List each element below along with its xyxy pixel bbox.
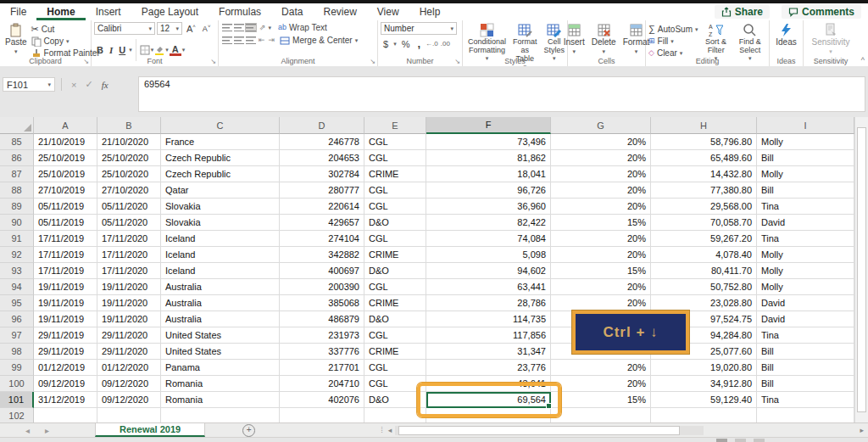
grow-font-icon[interactable]: A˄ — [184, 24, 198, 34]
cell-E99[interactable]: CGL — [364, 360, 426, 376]
cell-A93[interactable]: 17/11/2019 — [34, 263, 97, 279]
row-header-100[interactable]: 100 — [0, 376, 34, 392]
cell-F92[interactable]: 5,098 — [426, 247, 551, 263]
cell-D101[interactable]: 402076 — [280, 392, 364, 408]
dialog-launcher-icon[interactable]: ↘ — [370, 58, 376, 65]
cell-A90[interactable]: 05/11/2019 — [34, 215, 97, 231]
cell-D87[interactable]: 302784 — [280, 166, 364, 182]
cell-E98[interactable]: CRIME — [364, 344, 426, 360]
cell-D100[interactable]: 204710 — [280, 376, 364, 392]
cell-H88[interactable]: 77,380.80 — [651, 182, 757, 199]
cell-G101[interactable]: 15% — [551, 392, 651, 408]
cell-I98[interactable]: Bill — [757, 344, 854, 360]
cell-A96[interactable]: 19/11/2019 — [34, 311, 97, 327]
collapse-ribbon-icon[interactable]: ^ — [861, 56, 865, 64]
align-bottom-icon[interactable] — [246, 24, 256, 31]
cell-D85[interactable]: 246778 — [280, 134, 364, 150]
align-center-icon[interactable] — [234, 36, 244, 44]
cell-F87[interactable]: 18,041 — [426, 166, 551, 182]
cell-I87[interactable]: Molly — [757, 166, 854, 182]
row-header-89[interactable]: 89 — [0, 199, 34, 215]
cell-H94[interactable]: 50,752.80 — [651, 279, 757, 295]
cell-B94[interactable]: 19/11/2020 — [97, 279, 161, 295]
cell-E86[interactable]: CGL — [364, 150, 426, 166]
cell-G102[interactable] — [551, 408, 651, 422]
row-header-95[interactable]: 95 — [0, 295, 34, 311]
name-box[interactable]: F101▾ — [3, 77, 55, 92]
ideas-button[interactable]: Ideas — [773, 22, 798, 48]
cell-F101[interactable]: 69,564 — [426, 392, 551, 408]
cell-A98[interactable]: 29/11/2019 — [34, 344, 97, 360]
increase-decimal-icon[interactable]: ←.0 — [426, 39, 438, 48]
tab-file[interactable]: File — [0, 4, 36, 20]
tab-page-layout[interactable]: Page Layout — [131, 4, 209, 20]
cell-F89[interactable]: 36,960 — [426, 199, 551, 215]
tab-home[interactable]: Home — [36, 4, 85, 20]
decrease-decimal-icon[interactable]: .00 — [441, 39, 450, 48]
row-header-99[interactable]: 99 — [0, 360, 34, 376]
cell-F99[interactable]: 23,776 — [426, 360, 551, 376]
cell-I93[interactable]: Molly — [757, 263, 854, 279]
cell-H85[interactable]: 58,796.80 — [651, 134, 757, 150]
cell-G85[interactable]: 20% — [551, 134, 651, 150]
cell-G91[interactable]: 20% — [551, 231, 651, 247]
cell-I85[interactable]: Molly — [757, 134, 854, 150]
cell-I96[interactable]: David — [757, 311, 854, 327]
cell-B91[interactable]: 17/11/2020 — [97, 231, 161, 247]
cell-D96[interactable]: 486879 — [280, 311, 364, 327]
cell-C101[interactable]: Romania — [161, 392, 280, 408]
page-break-view-button[interactable] — [754, 439, 765, 442]
underline-button[interactable]: U — [116, 45, 128, 55]
new-sheet-button[interactable]: + — [242, 424, 255, 437]
insert-cells-button[interactable]: Insert▾ — [561, 22, 587, 57]
cell-B100[interactable]: 09/12/2020 — [97, 376, 161, 392]
scrollbar-splitter[interactable]: ⁞ — [381, 426, 383, 434]
cell-A95[interactable]: 19/11/2019 — [34, 295, 97, 311]
cell-B93[interactable]: 17/11/2020 — [97, 263, 161, 279]
cell-G88[interactable]: 20% — [551, 182, 651, 199]
cell-E91[interactable]: CGL — [364, 231, 426, 247]
cell-D86[interactable]: 204653 — [280, 150, 364, 166]
column-header-d[interactable]: D — [280, 117, 364, 134]
cell-A99[interactable]: 01/12/2019 — [34, 360, 97, 376]
cell-B87[interactable]: 25/10/2020 — [97, 166, 161, 182]
autosum-button[interactable]: ∑AutoSum▾ — [648, 24, 698, 35]
cell-C92[interactable]: Iceland — [161, 247, 280, 263]
align-right-icon[interactable] — [246, 36, 256, 44]
cell-A102[interactable] — [34, 408, 97, 422]
cell-C88[interactable]: Qatar — [161, 182, 280, 199]
cell-H95[interactable]: 23,028.80 — [651, 295, 757, 311]
cell-C90[interactable]: Slovakia — [161, 215, 280, 231]
row-header-90[interactable]: 90 — [0, 215, 34, 231]
font-name-select[interactable]: Calibri▾ — [94, 22, 155, 35]
cell-A89[interactable]: 05/11/2019 — [34, 199, 97, 215]
cell-E101[interactable]: D&O — [364, 392, 426, 408]
column-header-f[interactable]: F — [426, 117, 551, 134]
tab-view[interactable]: View — [367, 4, 409, 20]
cell-I102[interactable] — [757, 408, 854, 422]
cell-B96[interactable]: 19/11/2020 — [97, 311, 161, 327]
number-format-select[interactable]: Number▾ — [381, 22, 457, 35]
fill-button[interactable]: ⊞Fill▾ — [648, 36, 698, 47]
cell-E88[interactable]: CGL — [364, 182, 426, 199]
paste-button[interactable]: Paste ▾ — [3, 22, 30, 57]
cell-C86[interactable]: Czech Republic — [161, 150, 280, 166]
decrease-indent-icon[interactable]: ⇤ — [259, 36, 265, 45]
cell-C97[interactable]: United States — [161, 327, 280, 344]
cell-D95[interactable]: 385068 — [280, 295, 364, 311]
cell-B98[interactable]: 29/11/2020 — [97, 344, 161, 360]
row-header-93[interactable]: 93 — [0, 263, 34, 279]
cell-H89[interactable]: 29,568.00 — [651, 199, 757, 215]
cell-G93[interactable]: 15% — [551, 263, 651, 279]
increase-indent-icon[interactable]: ⇥ — [269, 36, 275, 45]
cell-D88[interactable]: 280777 — [280, 182, 364, 199]
row-header-94[interactable]: 94 — [0, 279, 34, 295]
column-header-c[interactable]: C — [161, 117, 280, 134]
cell-C102[interactable] — [161, 408, 280, 422]
dialog-launcher-icon[interactable]: ↘ — [454, 58, 460, 65]
cell-F91[interactable]: 74,084 — [426, 231, 551, 247]
fill-color-icon[interactable] — [154, 45, 164, 55]
cell-I89[interactable]: Tina — [757, 199, 854, 215]
cell-H93[interactable]: 80,411.70 — [651, 263, 757, 279]
cancel-icon[interactable]: × — [71, 80, 76, 90]
